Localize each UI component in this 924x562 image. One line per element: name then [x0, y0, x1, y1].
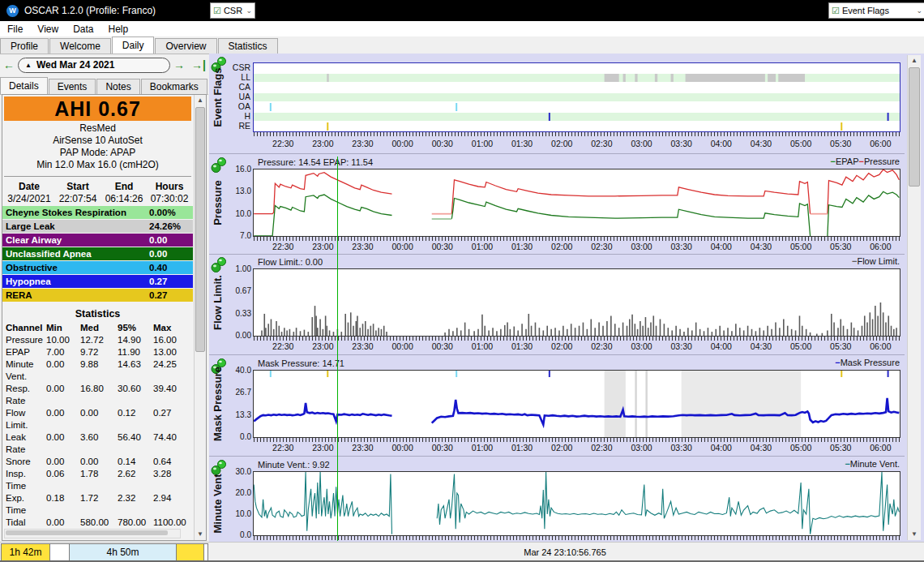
session-table-value: 06:14:26 [101, 193, 147, 205]
tab-daily[interactable]: Daily [112, 36, 155, 54]
latest-day-button[interactable]: →| [188, 58, 209, 71]
session-segment[interactable] [50, 544, 70, 560]
session-segment[interactable]: 1h 42m [2, 544, 50, 560]
date-picker[interactable]: ▲ Wed Mar 24 2021 [18, 58, 170, 73]
x-axis-tick-label: 23:00 [305, 242, 340, 251]
chevron-down-icon[interactable]: ⌄ [916, 6, 922, 15]
stats-value: 0.00 [80, 407, 118, 431]
chart-legend-mask_pressure: −Mask Pressure [835, 358, 900, 367]
chart-plot-flow_limit[interactable] [253, 268, 900, 337]
x-axis-tick-label: 02:00 [544, 341, 580, 351]
legend-label: Mask Pressure [841, 358, 900, 367]
x-axis-tick-strip [254, 337, 900, 341]
statistics-title: Statistics [2, 308, 193, 320]
tab-welcome[interactable]: Welcome [49, 38, 111, 54]
legend-label: Pressure [864, 157, 900, 166]
panel-tab-bookmarks[interactable]: Bookmarks [141, 79, 207, 94]
event-value: 0.00 [149, 249, 193, 259]
chart-separator[interactable] [209, 456, 905, 457]
x-axis-tick-label: 00:30 [425, 242, 460, 251]
stats-value: 11.90 [118, 346, 153, 358]
chart-plot-event_flags[interactable] [253, 62, 900, 132]
checkbox-checked-icon[interactable]: ☑ [213, 6, 221, 16]
details-horizontal-scrollbar[interactable] [4, 529, 181, 538]
chart-separator[interactable] [209, 354, 905, 355]
flag-row-label-ll: LL [215, 72, 250, 82]
scrollbar-thumb[interactable] [909, 67, 920, 187]
session-table-header: End [101, 180, 147, 193]
session-segment[interactable]: 4h 50m [70, 544, 177, 560]
scroll-up-icon[interactable]: ▲ [908, 55, 921, 66]
chart-separator[interactable] [209, 153, 905, 154]
event-value: 0.27 [149, 277, 193, 286]
menu-item-data[interactable]: Data [66, 24, 101, 35]
x-axis-tick-label: 23:00 [305, 341, 340, 351]
stats-value: 9.88 [80, 358, 118, 383]
tab-profile[interactable]: Profile [0, 38, 49, 54]
panel-tab-details[interactable]: Details [0, 77, 48, 94]
x-axis-tick-label: 06:00 [862, 341, 898, 351]
scrollbar-thumb[interactable] [6, 530, 168, 535]
tab-overview[interactable]: Overview [155, 38, 216, 54]
tab-statistics[interactable]: Statistics [218, 38, 278, 54]
chart-plot-mask_pressure[interactable] [253, 370, 900, 438]
event-value: 0.40 [149, 263, 193, 272]
x-axis-tick-label: 05:30 [823, 242, 858, 251]
prev-day-button[interactable]: ← [0, 58, 18, 71]
stats-channel: Snore [6, 456, 46, 468]
event-label: Clear Airway [6, 235, 62, 245]
scroll-down-icon[interactable]: ▼ [908, 529, 921, 540]
chevron-down-icon[interactable]: ⌄ [246, 6, 252, 15]
y-axis-tick-label: 10.0 [219, 509, 251, 518]
x-axis-tick-label: 22:30 [265, 443, 301, 453]
stats-channel: EPAP [6, 346, 46, 358]
csr-dropdown[interactable]: ☑ CSR ⌄ [210, 2, 255, 19]
stats-value: 3.28 [153, 468, 187, 492]
x-axis-tick-label: 03:30 [664, 139, 699, 148]
legend-label: EPAP [836, 157, 859, 166]
menu-item-view[interactable]: View [30, 24, 66, 35]
event-summary-row: Large Leak24.26% [2, 220, 193, 233]
panel-tab-events[interactable]: Events [49, 79, 96, 94]
details-content: AHI 0.67 ResMedAirSense 10 AutoSetPAP Mo… [2, 95, 193, 541]
next-day-button[interactable]: → [170, 58, 188, 71]
details-vertical-scrollbar[interactable]: ▲ ▼ [194, 95, 206, 540]
calendar-expand-icon[interactable]: ▲ [25, 62, 32, 69]
scroll-up-icon[interactable]: ▲ [195, 95, 206, 106]
session-segment[interactable] [177, 544, 204, 560]
menu-item-help[interactable]: Help [101, 24, 136, 35]
x-axis-tick-label: 22:30 [265, 139, 301, 148]
x-axis-tick-label: 02:30 [584, 341, 619, 351]
event-label: Unclassified Apnea [6, 249, 92, 259]
stats-header: Channel [6, 321, 46, 334]
x-axis-tick-label: 00:30 [425, 443, 460, 453]
x-axis-tick-label: 03:00 [624, 139, 660, 148]
stats-header: 95% [118, 321, 153, 334]
x-axis-tick-label: 00:00 [385, 341, 421, 351]
stats-value: 16.80 [80, 383, 118, 407]
menu-item-file[interactable]: File [0, 24, 30, 35]
stats-value: 0.00 [46, 358, 80, 383]
event-summary-row: Obstructive0.40 [2, 261, 193, 274]
stats-channel: Flow Limit. [6, 407, 46, 431]
x-axis-tick-label: 00:00 [385, 139, 421, 148]
y-axis-tick-label: 13.3 [219, 410, 251, 419]
main-tab-bar: ProfileWelcomeDailyOverviewStatistics [0, 36, 924, 54]
panel-tab-notes[interactable]: Notes [96, 79, 139, 94]
x-axis-tick-label: 01:30 [504, 341, 540, 351]
chart-separator[interactable] [209, 254, 905, 255]
session-times-table: DateStartEndHours3/24/202122:07:5406:14:… [2, 180, 193, 205]
x-axis-tick-label: 00:00 [385, 443, 421, 453]
x-axis-tick-label: 22:30 [265, 341, 301, 351]
chart-plot-pressure[interactable] [253, 169, 900, 237]
chart-plot-minute_vent[interactable] [253, 471, 900, 536]
stats-value: 12.72 [80, 334, 118, 346]
event-flags-dropdown[interactable]: ☑ Event Flags ⌄ [828, 2, 924, 19]
charts-vertical-scrollbar[interactable]: ▲ ▼ [907, 55, 921, 540]
x-axis-tick-label: 05:00 [783, 341, 819, 351]
event-value: 0.00 [149, 235, 193, 245]
checkbox-checked-icon[interactable]: ☑ [832, 6, 840, 16]
chart-legend-flow_limit: −Flow Limit. [852, 256, 900, 266]
scrollbar-thumb[interactable] [195, 107, 205, 352]
scroll-down-icon[interactable]: ▼ [195, 529, 206, 540]
